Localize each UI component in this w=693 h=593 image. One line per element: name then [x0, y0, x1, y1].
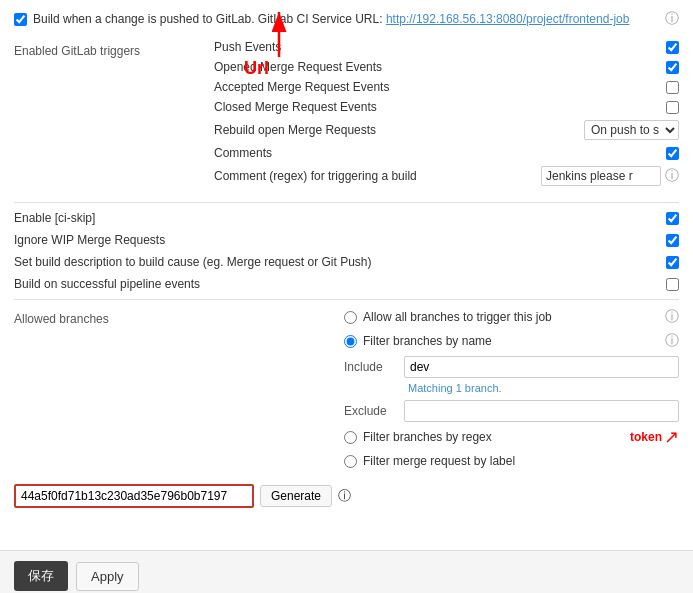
token-help-icon[interactable]: ⓘ	[338, 487, 351, 505]
filter-by-name-radio[interactable]	[344, 335, 357, 348]
filter-by-regex-radio[interactable]	[344, 431, 357, 444]
build-on-push-checkbox[interactable]	[14, 13, 27, 26]
matching-text: Matching 1 branch.	[408, 382, 679, 394]
push-events-label: Push Events	[214, 40, 662, 54]
divider1	[14, 202, 679, 203]
all-branches-label: Allow all branches to trigger this job	[363, 310, 661, 324]
build-on-push-label: Build when a change is pushed to GitLab.…	[33, 12, 383, 26]
filter-by-regex-row: Filter branches by regex token ↗	[344, 426, 679, 448]
filter-by-name-help-icon[interactable]: ⓘ	[665, 332, 679, 350]
exclude-label: Exclude	[344, 404, 404, 418]
exclude-input[interactable]	[404, 400, 679, 422]
include-row: Include	[344, 356, 679, 378]
include-label: Include	[344, 360, 404, 374]
token-section: Generate ⓘ	[14, 484, 679, 508]
token-arrow-icon: ↗	[664, 426, 679, 448]
comment-regex-label: Comment (regex) for triggering a build	[214, 169, 541, 183]
comment-regex-input[interactable]	[541, 166, 661, 186]
ci-skip-checkbox[interactable]	[666, 212, 679, 225]
pipeline-events-label: Build on successful pipeline events	[14, 277, 662, 291]
rebuild-merge-select[interactable]: On push to s	[584, 120, 679, 140]
filter-by-name-label: Filter branches by name	[363, 334, 661, 348]
include-input[interactable]	[404, 356, 679, 378]
token-input-row: Generate ⓘ	[14, 484, 679, 508]
rebuild-merge-row: Rebuild open Merge Requests On push to s	[214, 120, 679, 140]
token-annotation: token	[630, 430, 662, 444]
comments-checkbox[interactable]	[666, 147, 679, 160]
push-events-checkbox[interactable]	[666, 41, 679, 54]
bottom-bar: 保存 Apply	[0, 550, 693, 593]
apply-button[interactable]: Apply	[76, 562, 139, 591]
opened-merge-label: Opened Merge Request Events	[214, 60, 662, 74]
accepted-merge-checkbox[interactable]	[666, 81, 679, 94]
all-branches-help-icon[interactable]: ⓘ	[665, 308, 679, 326]
ci-skip-row: Enable [ci-skip]	[14, 211, 679, 225]
closed-merge-label: Closed Merge Request Events	[214, 100, 662, 114]
allowed-branches-content: Allow all branches to trigger this job ⓘ…	[344, 308, 679, 474]
divider2	[14, 299, 679, 300]
pipeline-events-row: Build on successful pipeline events	[14, 277, 679, 291]
opened-merge-row: Opened Merge Request Events	[214, 60, 679, 74]
top-bar: Build when a change is pushed to GitLab.…	[14, 10, 679, 28]
comment-regex-row: Comment (regex) for triggering a build ⓘ	[214, 166, 679, 186]
filter-by-regex-label: Filter branches by regex	[363, 430, 570, 444]
filter-by-label-label: Filter merge request by label	[363, 454, 679, 468]
build-desc-label: Set build description to build cause (eg…	[14, 255, 662, 269]
filter-by-label-row: Filter merge request by label	[344, 454, 679, 468]
comment-regex-help-icon[interactable]: ⓘ	[665, 167, 679, 185]
accepted-merge-row: Accepted Merge Request Events	[214, 80, 679, 94]
closed-merge-checkbox[interactable]	[666, 101, 679, 114]
wip-merge-label: Ignore WIP Merge Requests	[14, 233, 662, 247]
accepted-merge-label: Accepted Merge Request Events	[214, 80, 662, 94]
exclude-row: Exclude	[344, 400, 679, 422]
save-button[interactable]: 保存	[14, 561, 68, 591]
token-input[interactable]	[14, 484, 254, 508]
ci-skip-label: Enable [ci-skip]	[14, 211, 662, 225]
gitlab-ci-url[interactable]: http://192.168.56.13:8080/project/fronte…	[386, 12, 630, 26]
all-branches-row: Allow all branches to trigger this job ⓘ	[344, 308, 679, 326]
all-branches-radio[interactable]	[344, 311, 357, 324]
rebuild-merge-label: Rebuild open Merge Requests	[214, 123, 584, 137]
triggers-label: Enabled GitLab triggers	[14, 40, 214, 192]
opened-merge-checkbox[interactable]	[666, 61, 679, 74]
comments-label: Comments	[214, 146, 662, 160]
gitlab-triggers-section: Enabled GitLab triggers Push Events Open…	[14, 40, 679, 192]
triggers-items: Push Events Opened Merge Request Events …	[214, 40, 679, 192]
allowed-branches-section: Allowed branches Allow all branches to t…	[14, 308, 679, 474]
allowed-branches-label: Allowed branches	[14, 308, 344, 474]
filter-by-name-row: Filter branches by name ⓘ	[344, 332, 679, 350]
filter-by-label-radio[interactable]	[344, 455, 357, 468]
comments-row: Comments	[214, 146, 679, 160]
wip-merge-row: Ignore WIP Merge Requests	[14, 233, 679, 247]
push-events-row: Push Events	[214, 40, 679, 54]
build-desc-row: Set build description to build cause (eg…	[14, 255, 679, 269]
wip-merge-checkbox[interactable]	[666, 234, 679, 247]
generate-button[interactable]: Generate	[260, 485, 332, 507]
top-help-icon[interactable]: ⓘ	[665, 10, 679, 28]
closed-merge-row: Closed Merge Request Events	[214, 100, 679, 114]
build-desc-checkbox[interactable]	[666, 256, 679, 269]
pipeline-events-checkbox[interactable]	[666, 278, 679, 291]
